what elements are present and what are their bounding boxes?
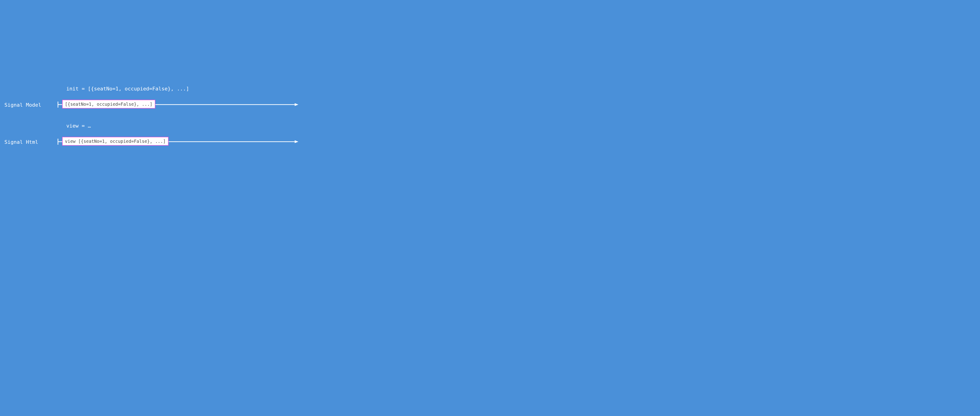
signal-model-label: Signal Model bbox=[5, 102, 41, 108]
init-expression-label: init = [{seatNo=1, occupied=False}, ...] bbox=[66, 86, 189, 92]
diagram-stage: init = [{seatNo=1, occupied=False}, ...]… bbox=[0, 0, 356, 151]
svg-marker-2 bbox=[295, 103, 298, 106]
svg-marker-5 bbox=[295, 140, 298, 143]
signal-html-label: Signal Html bbox=[5, 139, 38, 145]
model-state-box: [{seatNo=1, occupied=False}, ...] bbox=[62, 100, 155, 108]
html-state-box: view [{seatNo=1, occupied=False}, ...] bbox=[62, 137, 169, 146]
view-expression-label: view = … bbox=[66, 123, 91, 129]
